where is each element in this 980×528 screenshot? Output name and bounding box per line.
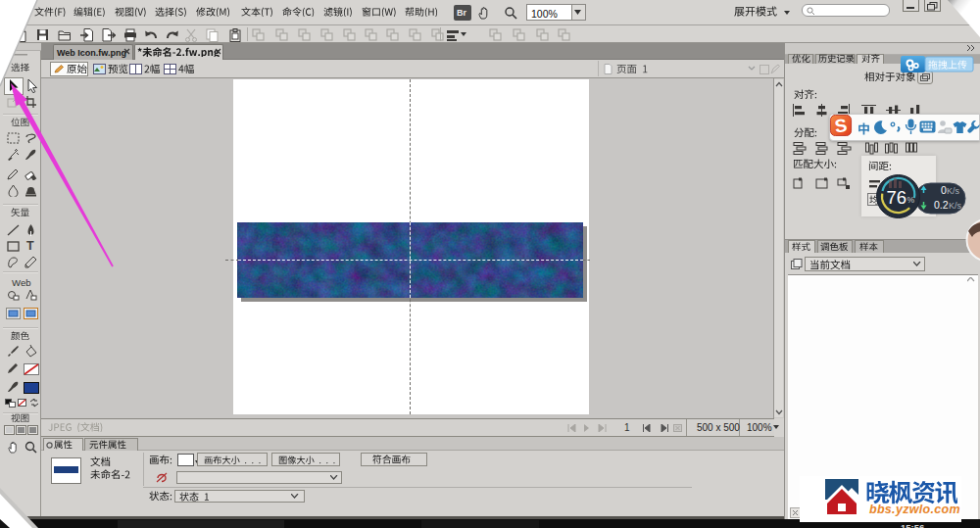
svg-text:K/s: K/s xyxy=(949,201,962,211)
svg-text:76: 76 xyxy=(887,187,907,208)
svg-text:0.2: 0.2 xyxy=(934,199,949,211)
svg-text:%: % xyxy=(907,195,915,205)
svg-text:K/s: K/s xyxy=(947,186,960,196)
